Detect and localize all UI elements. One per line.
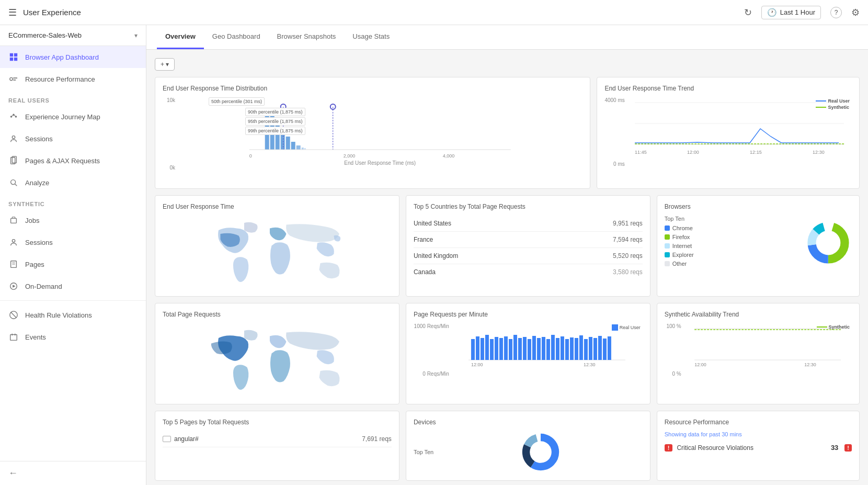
legend-internet: Internet: [665, 243, 800, 249]
svg-line-23: [11, 312, 17, 318]
tab-bar: Overview Geo Dashboard Browser Snapshots…: [146, 25, 868, 50]
ondemand-icon: [8, 281, 19, 291]
svg-rect-71: [537, 338, 541, 360]
sidebar-item-events[interactable]: Events: [0, 326, 146, 348]
sidebar-item-label: Sessions: [25, 239, 53, 246]
svg-rect-1: [14, 53, 17, 57]
refresh-icon[interactable]: ↻: [744, 7, 752, 18]
legend-explorer: Explorer: [665, 252, 800, 258]
svg-rect-62: [495, 337, 498, 360]
sidebar: ECommerce-Sales-Web ▾ Browser App Dashbo…: [0, 25, 146, 485]
settings-icon[interactable]: ⚙: [851, 7, 860, 18]
sessions-icon: [8, 133, 19, 144]
card-countries-title: Top 5 Countries by Total Page Requests: [414, 203, 643, 210]
section-synthetic: SYNTHETIC: [0, 194, 146, 209]
sidebar-item-label: Pages & AJAX Requests: [25, 157, 100, 165]
sidebar-item-pages-syn[interactable]: Pages: [0, 253, 146, 275]
app-selector[interactable]: ECommerce-Sales-Web ▾: [0, 25, 146, 46]
time-selector[interactable]: 🕐 Last 1 Hour: [761, 6, 821, 19]
hamburger-icon[interactable]: ☰: [8, 7, 17, 18]
dashboard: + ▾ End User Response Time Distribution …: [146, 50, 868, 485]
svg-rect-57: [471, 339, 475, 360]
sidebar-item-on-demand[interactable]: On-Demand: [0, 275, 146, 297]
countries-table: United States 9,951 reqs France 7,594 re…: [414, 216, 643, 280]
barmin-label: 0 Reqs/Min: [422, 371, 449, 377]
country-name-4: Canada: [414, 268, 436, 276]
svg-rect-65: [509, 339, 512, 360]
sidebar-item-sessions[interactable]: Sessions: [0, 128, 146, 150]
sidebar-item-health-rule-violations[interactable]: Health Rule Violations: [0, 304, 146, 326]
svg-text:12:30: 12:30: [804, 362, 816, 367]
card-trend: End User Response Time Trend 4000 ms 0 m…: [597, 77, 860, 189]
svg-point-4: [10, 77, 13, 80]
tab-browser-snapshots[interactable]: Browser Snapshots: [269, 25, 345, 49]
svg-rect-67: [518, 338, 522, 360]
chrome-dot: [665, 225, 670, 231]
country-name-1: United States: [414, 220, 451, 227]
tab-geo-dashboard[interactable]: Geo Dashboard: [204, 25, 269, 49]
card-devices: Devices Top Ten: [406, 411, 650, 481]
country-reqs-2: 7,594 reqs: [613, 236, 643, 243]
svg-rect-24: [10, 335, 17, 341]
firefox-label: Firefox: [672, 234, 690, 240]
sidebar-item-sessions-syn[interactable]: Sessions: [0, 231, 146, 253]
pages-syn-icon: [8, 259, 19, 269]
country-reqs-1: 9,951 reqs: [613, 220, 643, 227]
sidebar-item-resource-performance[interactable]: Resource Performance: [0, 68, 146, 90]
card-trend-title: End User Response Time Trend: [604, 85, 852, 92]
svg-rect-5: [13, 77, 17, 78]
map-area-1: [163, 216, 392, 289]
dist-annotation-1: 50th percentile (301 ms): [211, 99, 262, 104]
map-area-2: [163, 323, 392, 397]
sidebar-item-label: Jobs: [25, 217, 39, 224]
jobs-icon: [8, 215, 19, 225]
add-widget-button[interactable]: + ▾: [155, 58, 175, 71]
card-devices-title: Devices: [414, 419, 643, 426]
legend-firefox: Firefox: [665, 234, 800, 240]
critical-resource-label: Critical Resource Violations: [677, 444, 753, 452]
topbar-title: User Experience: [23, 8, 81, 17]
card-top5-title: Top 5 Pages by Total Requests: [163, 419, 392, 426]
pages-icon: [8, 155, 19, 166]
sidebar-item-label: Browser App Dashboard: [25, 53, 99, 61]
internet-label: Internet: [672, 243, 692, 249]
tab-usage-stats[interactable]: Usage Stats: [344, 25, 398, 49]
sidebar-item-browser-app-dashboard[interactable]: Browser App Dashboard: [0, 46, 146, 68]
row-2: End User Response Time: [155, 195, 860, 297]
sidebar-collapse-btn[interactable]: ←: [0, 461, 146, 485]
card-distribution: End User Response Time Distribution 10k …: [155, 77, 590, 189]
browsers-content: Top Ten Chrome Firefox Int: [665, 216, 852, 269]
country-name-2: France: [414, 236, 433, 243]
other-label: Other: [672, 261, 687, 267]
help-icon[interactable]: ?: [830, 7, 842, 18]
svg-rect-80: [579, 335, 583, 360]
sidebar-item-jobs[interactable]: Jobs: [0, 209, 146, 231]
svg-text:12:30: 12:30: [584, 362, 596, 367]
sidebar-item-pages-ajax[interactable]: Pages & AJAX Requests: [0, 150, 146, 172]
dist-y-min: 0k: [169, 165, 175, 171]
sidebar-item-analyze[interactable]: Analyze: [0, 172, 146, 194]
trend-y-max: 4000 ms: [604, 97, 624, 103]
country-name-3: United Kingdom: [414, 252, 458, 260]
sidebar-item-experience-journey-map[interactable]: Experience Journey Map: [0, 106, 146, 128]
row-1: End User Response Time Distribution 10k …: [155, 77, 860, 189]
avail-y-min: 0 %: [672, 371, 681, 377]
trend-legend-1: Real User: [828, 98, 850, 104]
critical-resource-badge2: !: [844, 444, 852, 452]
dist-annotation-4: 99th percentile (1,875 ms): [248, 128, 303, 133]
tab-overview[interactable]: Overview: [157, 25, 204, 49]
topbar: ☰ User Experience ↻ 🕐 Last 1 Hour ? ⚙: [0, 0, 868, 25]
svg-text:12:15: 12:15: [750, 150, 762, 155]
svg-point-13: [11, 180, 16, 185]
svg-rect-77: [565, 339, 569, 360]
sidebar-item-label: Resource Performance: [25, 75, 95, 83]
page-reqs-1: 7,691 reqs: [362, 435, 392, 443]
svg-rect-63: [499, 338, 503, 360]
svg-rect-2: [10, 58, 13, 61]
svg-rect-86: [608, 336, 611, 360]
sidebar-item-label: Experience Journey Map: [25, 113, 100, 121]
svg-text:12:00: 12:00: [694, 362, 706, 367]
world-map-svg-2: [163, 323, 392, 397]
dist-annotation-2: 90th percentile (1,875 ms): [248, 109, 303, 115]
trend-legend-2: Synthetic: [828, 105, 849, 110]
